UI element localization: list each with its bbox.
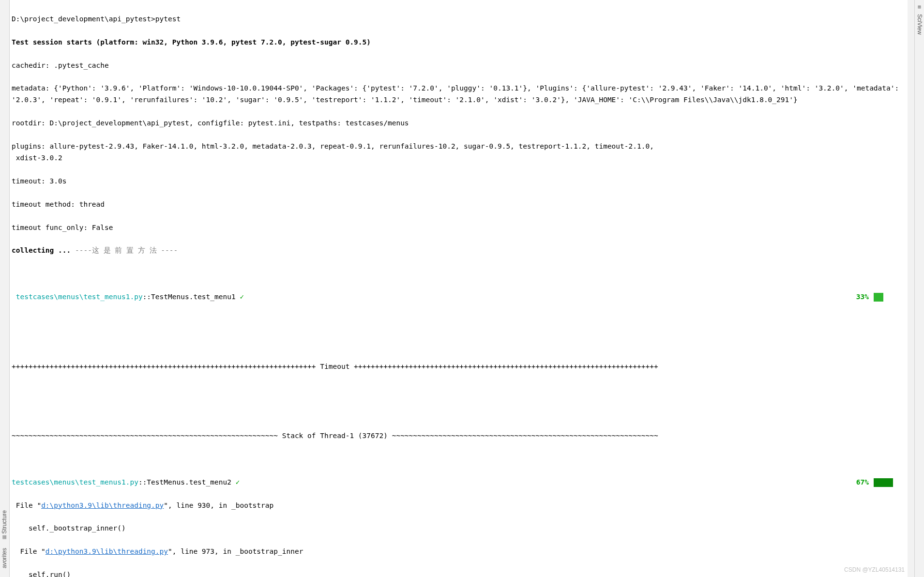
watermark: CSDN @YZL40514131 — [844, 565, 905, 575]
collecting-line: collecting ... ----这 是 前 置 方 法 ---- — [12, 245, 912, 257]
blank-line — [12, 338, 912, 349]
collecting-label: collecting ... — [12, 246, 75, 254]
collecting-suffix: ----这 是 前 置 方 法 ---- — [75, 246, 178, 254]
favorites-tab-label: avorites — [1, 548, 8, 568]
structure-tab-label: Structure — [1, 510, 8, 534]
progress-bar-2 — [874, 478, 903, 487]
rootdir-line: rootdir: D:\project_development\api_pyte… — [12, 118, 912, 129]
test-result-1: testcases\menus\test_menus1.py::TestMenu… — [12, 291, 912, 303]
blank-line — [12, 407, 912, 419]
plugins-line: plugins: allure-pytest-2.9.43, Faker-14.… — [12, 141, 912, 164]
sciview-tab[interactable]: SciView — [915, 14, 924, 34]
check-icon: ✓ — [240, 293, 244, 301]
threading-link[interactable]: d:\python3.9\lib\threading.py — [41, 501, 164, 509]
blank-line — [12, 315, 912, 326]
structure-tab[interactable]: ▦Structure — [0, 510, 9, 540]
trace-code: self.run() — [12, 569, 912, 577]
metadata-line: metadata: {'Python': '3.9.6', 'Platform'… — [12, 83, 912, 106]
test2-case: ::TestMenus.test_menu2 — [138, 478, 236, 486]
vertical-scrollbar[interactable] — [908, 0, 914, 577]
test1-percent: 33% — [856, 291, 869, 303]
threading-link[interactable]: d:\python3.9\lib\threading.py — [45, 547, 168, 555]
structure-icon: ▦ — [1, 535, 7, 540]
timeout-separator: ++++++++++++++++++++++++++++++++++++++++… — [12, 361, 912, 373]
blank-line — [12, 268, 912, 280]
session-header: Test session starts (platform: win32, Py… — [12, 37, 912, 48]
stack-thread1-separator: ~~~~~~~~~~~~~~~~~~~~~~~~~~~~~~~~~~~~~~~~… — [12, 430, 912, 442]
blank-line — [12, 384, 912, 395]
timeout-sep-label: Timeout — [320, 363, 349, 370]
test2-path: testcases\menus\test_menus1.py — [12, 478, 138, 486]
trace-code: self._bootstrap_inner() — [12, 523, 912, 534]
timeout-method-line: timeout method: thread — [12, 199, 912, 211]
stack1-label: Stack of Thread-1 (37672) — [282, 432, 388, 440]
blank-line — [12, 454, 912, 465]
trace-line: File "d:\python3.9\lib\threading.py", li… — [12, 546, 912, 558]
trace-line: File "d:\python3.9\lib\threading.py", li… — [12, 500, 912, 512]
sciview-tab-label: SciView — [916, 14, 923, 34]
test-result-2: testcases\menus\test_menus1.py::TestMenu… — [12, 477, 912, 488]
timeout-func-line: timeout func_only: False — [12, 222, 912, 234]
grid-icon: ▦ — [918, 3, 921, 11]
prompt-line: D:\project_development\api_pytest>pytest — [12, 14, 912, 25]
test2-percent: 67% — [856, 477, 869, 488]
progress-bar-1 — [874, 293, 903, 302]
terminal-output[interactable]: D:\project_development\api_pytest>pytest… — [10, 0, 914, 577]
timeout-line: timeout: 3.0s — [12, 176, 912, 187]
test1-case: ::TestMenus.test_menu1 — [143, 293, 240, 301]
check-icon: ✓ — [236, 478, 240, 486]
right-sidebar: ▦ SciView — [914, 0, 924, 577]
cachedir-line: cachedir: .pytest_cache — [12, 60, 912, 72]
left-sidebar: ▦Structure avorites — [0, 0, 10, 577]
test1-path: testcases\menus\test_menus1.py — [12, 293, 143, 301]
favorites-tab[interactable]: avorites — [0, 548, 9, 568]
